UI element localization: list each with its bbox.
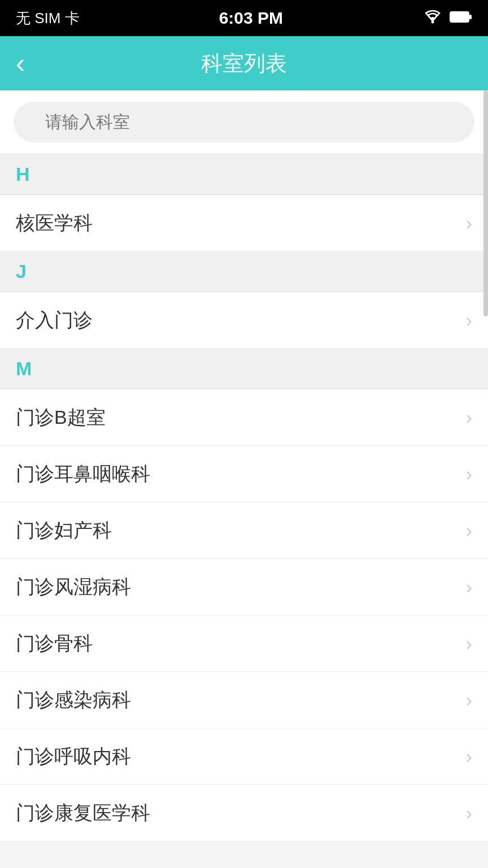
list-item[interactable]: 门诊呼吸内科› — [0, 728, 488, 785]
carrier-text: 无 SIM 卡 — [16, 8, 80, 28]
list-item[interactable]: 门诊骨科› — [0, 615, 488, 672]
svg-rect-1 — [450, 12, 469, 22]
chevron-right-icon: › — [466, 212, 472, 234]
department-name: 门诊风湿病科 — [16, 574, 131, 600]
status-icons — [422, 8, 472, 28]
section-header-J: J — [0, 251, 488, 292]
list-item[interactable]: 门诊康复医学科› — [0, 785, 488, 841]
svg-rect-2 — [469, 15, 472, 19]
section-header-M: M — [0, 349, 488, 389]
search-input[interactable] — [14, 102, 474, 142]
chevron-right-icon: › — [466, 632, 472, 654]
department-name: 门诊康复医学科 — [16, 800, 150, 826]
page-header: ‹ 科室列表 — [0, 36, 488, 90]
list-item[interactable]: 门诊耳鼻咽喉科› — [0, 446, 488, 502]
scrollbar[interactable] — [483, 90, 488, 316]
chevron-right-icon: › — [466, 406, 472, 428]
page-title: 科室列表 — [201, 49, 287, 78]
department-name: 门诊骨科 — [16, 631, 93, 657]
chevron-right-icon: › — [466, 745, 472, 767]
department-name: 门诊B超室 — [16, 405, 106, 431]
chevron-right-icon: › — [466, 689, 472, 711]
section-header-H: H — [0, 154, 488, 195]
svg-point-0 — [432, 20, 434, 23]
list-item[interactable]: 门诊妇产科› — [0, 502, 488, 559]
department-name: 门诊耳鼻咽喉科 — [16, 461, 150, 487]
list-item[interactable]: 门诊风湿病科› — [0, 559, 488, 615]
chevron-right-icon: › — [466, 576, 472, 598]
list-item[interactable]: 门诊感染病科› — [0, 672, 488, 728]
chevron-right-icon: › — [466, 309, 472, 331]
chevron-right-icon: › — [466, 463, 472, 485]
chevron-right-icon: › — [466, 519, 472, 541]
department-list: H核医学科›J介入门诊›M门诊B超室›门诊耳鼻咽喉科›门诊妇产科›门诊风湿病科›… — [0, 154, 488, 841]
search-container — [0, 90, 488, 154]
time-text: 6:03 PM — [219, 8, 283, 28]
search-wrapper — [14, 102, 474, 142]
list-item[interactable]: 核医学科› — [0, 195, 488, 251]
department-name: 门诊妇产科 — [16, 518, 112, 544]
list-item[interactable]: 门诊B超室› — [0, 389, 488, 446]
department-name: 门诊呼吸内科 — [16, 744, 131, 770]
department-name: 核医学科 — [16, 210, 93, 236]
back-button[interactable]: ‹ — [16, 45, 34, 81]
department-name: 介入门诊 — [16, 307, 93, 333]
battery-icon — [450, 9, 472, 27]
department-name: 门诊感染病科 — [16, 687, 131, 713]
chevron-right-icon: › — [466, 802, 472, 824]
list-item[interactable]: 介入门诊› — [0, 292, 488, 349]
wifi-icon — [422, 8, 443, 28]
status-bar: 无 SIM 卡 6:03 PM — [0, 0, 488, 36]
